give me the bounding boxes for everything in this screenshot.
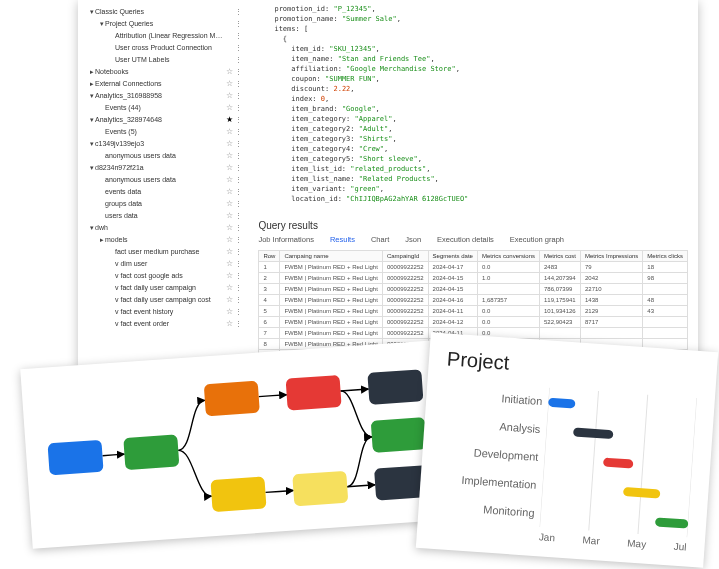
- more-icon[interactable]: ⋮: [234, 42, 242, 54]
- more-icon[interactable]: ⋮: [234, 18, 242, 30]
- tree-item[interactable]: ▸Notebooks☆⋮: [88, 66, 242, 78]
- tree-item[interactable]: users data☆⋮: [88, 210, 242, 222]
- table-row[interactable]: 4FWBM | Platinum RED + Red Light00009922…: [259, 295, 688, 306]
- diagram-node[interactable]: [367, 369, 423, 405]
- tree-item[interactable]: ▾c1349jv139ejo3☆⋮: [88, 138, 242, 150]
- tree-item[interactable]: Events (44)☆⋮: [88, 102, 242, 114]
- more-icon[interactable]: ⋮: [234, 306, 242, 318]
- diagram-node[interactable]: [371, 417, 427, 453]
- star-icon[interactable]: ☆: [224, 102, 234, 114]
- star-icon[interactable]: ☆: [224, 198, 234, 210]
- table-row[interactable]: 3FWBM | Platinum RED + Red Light00009922…: [259, 284, 688, 295]
- tree-item[interactable]: ▾Analytics_328974648★⋮: [88, 114, 242, 126]
- more-icon[interactable]: ⋮: [234, 174, 242, 186]
- more-icon[interactable]: ⋮: [234, 318, 242, 330]
- more-icon[interactable]: ⋮: [234, 210, 242, 222]
- results-tab[interactable]: Execution graph: [510, 235, 564, 244]
- table-row[interactable]: 5FWBM | Platinum RED + Red Light00009922…: [259, 306, 688, 317]
- results-tab[interactable]: Json: [405, 235, 421, 244]
- star-icon[interactable]: ☆: [224, 306, 234, 318]
- more-icon[interactable]: ⋮: [234, 138, 242, 150]
- star-icon[interactable]: ☆: [224, 138, 234, 150]
- tree-item[interactable]: ▸External Connections☆⋮: [88, 78, 242, 90]
- tree-item[interactable]: Events (5)☆⋮: [88, 126, 242, 138]
- more-icon[interactable]: ⋮: [234, 6, 242, 18]
- star-icon[interactable]: ☆: [224, 174, 234, 186]
- tree-item[interactable]: ▾dwh☆⋮: [88, 222, 242, 234]
- more-icon[interactable]: ⋮: [234, 258, 242, 270]
- more-icon[interactable]: ⋮: [234, 234, 242, 246]
- star-icon[interactable]: ☆: [224, 150, 234, 162]
- tree-item[interactable]: events data☆⋮: [88, 186, 242, 198]
- star-icon[interactable]: ☆: [224, 222, 234, 234]
- star-icon[interactable]: ☆: [224, 246, 234, 258]
- diagram-node[interactable]: [292, 471, 348, 507]
- tree-item[interactable]: v fact event order☆⋮: [88, 318, 242, 330]
- tree-item[interactable]: User cross Product Connection⋮: [88, 42, 242, 54]
- results-tab[interactable]: Execution details: [437, 235, 494, 244]
- more-icon[interactable]: ⋮: [234, 186, 242, 198]
- more-icon[interactable]: ⋮: [234, 270, 242, 282]
- star-icon[interactable]: ☆: [224, 66, 234, 78]
- more-icon[interactable]: ⋮: [234, 30, 242, 42]
- table-row[interactable]: 1FWBM | Platinum RED + Red Light00009922…: [259, 262, 688, 273]
- sidebar-tree[interactable]: ▾Classic Queries⋮▾Project Queries⋮Attrib…: [78, 0, 248, 368]
- more-icon[interactable]: ⋮: [234, 222, 242, 234]
- star-icon[interactable]: ☆: [224, 318, 234, 330]
- tree-item[interactable]: fact user medium purchase☆⋮: [88, 246, 242, 258]
- tree-item[interactable]: anonymous users data☆⋮: [88, 174, 242, 186]
- star-icon[interactable]: ☆: [224, 234, 234, 246]
- tree-item[interactable]: v fact daily user campaign☆⋮: [88, 282, 242, 294]
- more-icon[interactable]: ⋮: [234, 282, 242, 294]
- results-tab[interactable]: Chart: [371, 235, 389, 244]
- diagram-node[interactable]: [210, 476, 266, 512]
- tree-item[interactable]: User UTM Labels⋮: [88, 54, 242, 66]
- more-icon[interactable]: ⋮: [234, 126, 242, 138]
- star-icon[interactable]: ☆: [224, 126, 234, 138]
- star-icon[interactable]: ☆: [224, 78, 234, 90]
- star-icon[interactable]: ☆: [224, 270, 234, 282]
- star-icon[interactable]: ★: [224, 114, 234, 126]
- star-icon[interactable]: ☆: [224, 90, 234, 102]
- table-row[interactable]: 6FWBM | Platinum RED + Red Light00009922…: [259, 317, 688, 328]
- tree-item[interactable]: v fact cost google ads☆⋮: [88, 270, 242, 282]
- tree-item[interactable]: v dim user☆⋮: [88, 258, 242, 270]
- gantt-bar[interactable]: [548, 397, 575, 408]
- tree-item[interactable]: Attribution (Linear Regression Model)⋮: [88, 30, 242, 42]
- more-icon[interactable]: ⋮: [234, 78, 242, 90]
- more-icon[interactable]: ⋮: [234, 162, 242, 174]
- diagram-node[interactable]: [123, 434, 179, 470]
- query-results-tabs[interactable]: Job InformationsResultsChartJsonExecutio…: [258, 235, 688, 244]
- star-icon[interactable]: ☆: [224, 294, 234, 306]
- star-icon[interactable]: ☆: [224, 162, 234, 174]
- tree-item[interactable]: ▾Project Queries⋮: [88, 18, 242, 30]
- more-icon[interactable]: ⋮: [234, 90, 242, 102]
- more-icon[interactable]: ⋮: [234, 54, 242, 66]
- more-icon[interactable]: ⋮: [234, 150, 242, 162]
- tree-item[interactable]: ▾d8234n972f21a☆⋮: [88, 162, 242, 174]
- more-icon[interactable]: ⋮: [234, 294, 242, 306]
- tree-item[interactable]: v fact event history☆⋮: [88, 306, 242, 318]
- results-tab[interactable]: Job Informations: [258, 235, 313, 244]
- tree-item[interactable]: ▾Classic Queries⋮: [88, 6, 242, 18]
- star-icon[interactable]: ☆: [224, 258, 234, 270]
- more-icon[interactable]: ⋮: [234, 114, 242, 126]
- tree-item[interactable]: groups data☆⋮: [88, 198, 242, 210]
- tree-item[interactable]: ▸models☆⋮: [88, 234, 242, 246]
- tree-item[interactable]: v fact daily user campaign cost☆⋮: [88, 294, 242, 306]
- star-icon[interactable]: ☆: [224, 282, 234, 294]
- tree-item[interactable]: anonymous users data☆⋮: [88, 150, 242, 162]
- results-tab[interactable]: Results: [330, 235, 355, 244]
- star-icon[interactable]: ☆: [224, 186, 234, 198]
- diagram-node[interactable]: [286, 375, 342, 411]
- star-icon[interactable]: ☆: [224, 210, 234, 222]
- tree-item[interactable]: ▾Analytics_316988958☆⋮: [88, 90, 242, 102]
- svg-line-3: [687, 398, 697, 538]
- more-icon[interactable]: ⋮: [234, 66, 242, 78]
- more-icon[interactable]: ⋮: [234, 246, 242, 258]
- more-icon[interactable]: ⋮: [234, 102, 242, 114]
- more-icon[interactable]: ⋮: [234, 198, 242, 210]
- table-row[interactable]: 2FWBM | Platinum RED + Red Light00009922…: [259, 273, 688, 284]
- diagram-node[interactable]: [47, 440, 103, 476]
- diagram-node[interactable]: [204, 381, 260, 417]
